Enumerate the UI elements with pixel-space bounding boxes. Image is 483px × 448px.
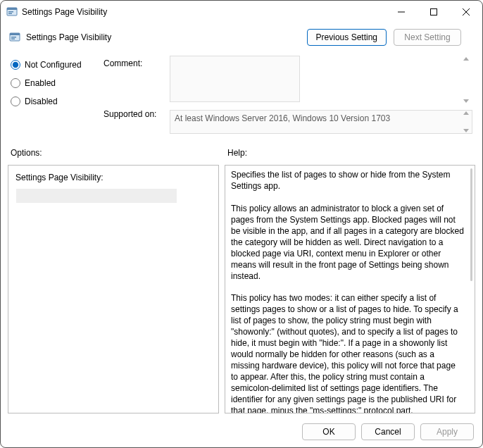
radio-disabled-input[interactable]	[11, 97, 20, 106]
help-scrollbar[interactable]	[469, 166, 475, 413]
options-field-label: Settings Page Visibility:	[15, 173, 211, 182]
radio-disabled[interactable]: Disabled	[11, 97, 95, 106]
supported-field-wrap: At least Windows Server 2016, Windows 10…	[170, 110, 472, 134]
comment-scroll[interactable]	[461, 56, 471, 104]
scroll-down-icon	[463, 99, 469, 103]
cancel-button[interactable]: Cancel	[361, 423, 415, 440]
supported-on-field: At least Windows Server 2016, Windows 10…	[170, 110, 472, 134]
help-scrollbar-thumb[interactable]	[470, 168, 472, 281]
previous-setting-button[interactable]: Previous Setting	[307, 29, 387, 46]
scroll-up-icon	[463, 111, 469, 115]
titlebar: Settings Page Visibility	[1, 1, 482, 23]
help-panel: Specifies the list of pages to show or h…	[225, 165, 475, 413]
config-row: Not Configured Enabled Disabled Comment:…	[1, 49, 482, 138]
svg-rect-5	[431, 9, 437, 15]
field-values: At least Windows Server 2016, Windows 10…	[170, 56, 472, 134]
supported-label: Supported on:	[104, 109, 161, 119]
dialog-window: Settings Page Visibility Settings Page V…	[0, 0, 483, 448]
next-setting-button[interactable]: Next Setting	[394, 29, 461, 46]
field-labels: Comment: Supported on:	[104, 56, 161, 134]
comment-label: Comment:	[104, 58, 161, 68]
radio-not-configured-input[interactable]	[11, 60, 20, 70]
state-radio-group: Not Configured Enabled Disabled	[11, 56, 95, 134]
window-title: Settings Page Visibility	[22, 7, 107, 17]
scroll-up-icon	[463, 57, 469, 61]
policy-icon	[9, 32, 20, 43]
svg-rect-9	[10, 33, 20, 35]
svg-rect-10	[11, 37, 16, 38]
policy-header: Settings Page Visibility Previous Settin…	[1, 23, 482, 49]
section-labels: Options: Help:	[1, 138, 482, 162]
supported-on-text: At least Windows Server 2016, Windows 10…	[175, 113, 390, 123]
radio-not-configured-label: Not Configured	[25, 60, 82, 70]
svg-rect-1	[7, 8, 17, 10]
help-label: Help:	[227, 148, 247, 158]
radio-disabled-label: Disabled	[25, 97, 58, 106]
svg-rect-11	[11, 39, 15, 40]
close-button[interactable]	[450, 1, 482, 23]
supported-scroll[interactable]	[461, 110, 471, 134]
app-icon	[6, 6, 18, 18]
comment-field-wrap	[170, 56, 472, 104]
minimize-button[interactable]	[385, 1, 418, 23]
window-controls	[385, 1, 482, 23]
options-panel: Settings Page Visibility:	[8, 165, 219, 413]
nav-buttons: Previous Setting Next Setting	[307, 29, 474, 46]
apply-button[interactable]: Apply	[420, 423, 474, 440]
help-text: Specifies the list of pages to show or h…	[225, 166, 475, 413]
ok-button[interactable]: OK	[302, 423, 356, 440]
svg-rect-2	[8, 11, 13, 13]
radio-enabled-label: Enabled	[25, 78, 56, 88]
panels: Settings Page Visibility: Specifies the …	[1, 162, 482, 419]
scroll-down-icon	[463, 129, 469, 132]
settings-page-visibility-input	[15, 188, 177, 204]
svg-rect-3	[8, 13, 12, 15]
radio-not-configured[interactable]: Not Configured	[11, 60, 95, 70]
comment-input[interactable]	[170, 56, 300, 102]
policy-title: Settings Page Visibility	[26, 32, 111, 42]
radio-enabled-input[interactable]	[11, 78, 20, 88]
maximize-button[interactable]	[418, 1, 450, 23]
radio-enabled[interactable]: Enabled	[11, 78, 95, 88]
options-label: Options:	[11, 148, 227, 158]
footer: OK Cancel Apply	[1, 419, 482, 447]
